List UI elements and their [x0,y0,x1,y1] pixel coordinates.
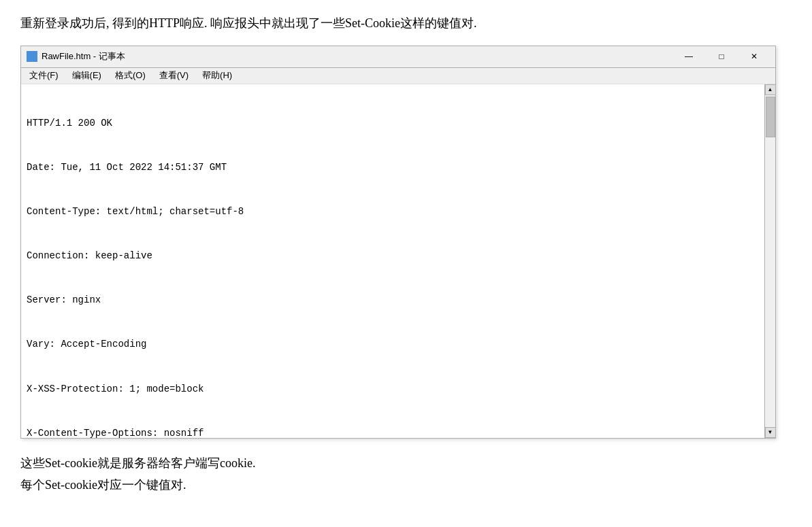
close-button[interactable]: ✕ [738,47,770,66]
intro-text: 重新登录成功后, 得到的HTTP响应. 响应报头中就出现了一些Set-Cooki… [20,14,792,33]
outro-line2: 每个Set-cookie对应一个键值对. [20,474,792,496]
http-line-6: X-XSS-Protection: 1; mode=block [27,382,759,397]
scroll-up-button[interactable]: ▲ [765,84,776,95]
scroll-down-button[interactable]: ▼ [765,427,776,438]
menu-file[interactable]: 文件(F) [24,68,64,83]
scrollbar-thumb[interactable] [766,97,775,137]
window-title: RawFile.htm - 记事本 [42,50,125,63]
http-line-5: Vary: Accept-Encoding [27,337,759,352]
menubar: 文件(F) 编辑(E) 格式(O) 查看(V) 帮助(H) [21,68,775,84]
notepad-icon [27,51,37,62]
http-line-3: Connection: keep-alive [27,249,759,264]
content-area: HTTP/1.1 200 OK Date: Tue, 11 Oct 2022 1… [21,84,775,438]
outro-line1: 这些Set-cookie就是服务器给客户端写cookie. [20,452,792,474]
titlebar: RawFile.htm - 记事本 — □ ✕ [21,46,775,68]
http-content[interactable]: HTTP/1.1 200 OK Date: Tue, 11 Oct 2022 1… [21,84,764,438]
http-line-7: X-Content-Type-Options: nosniff [27,426,759,438]
http-line-2: Content-Type: text/html; charset=utf-8 [27,205,759,220]
maximize-button[interactable]: □ [706,47,737,66]
menu-edit[interactable]: 编辑(E) [67,68,107,83]
titlebar-left: RawFile.htm - 记事本 [27,50,125,63]
scrollbar[interactable]: ▲ ▼ [764,84,775,438]
notepad-window: RawFile.htm - 记事本 — □ ✕ 文件(F) 编辑(E) 格式(O… [20,46,776,439]
menu-view[interactable]: 查看(V) [154,68,194,83]
http-line-0: HTTP/1.1 200 OK [27,116,759,131]
http-line-1: Date: Tue, 11 Oct 2022 14:51:37 GMT [27,160,759,175]
intro-paragraph: 重新登录成功后, 得到的HTTP响应. 响应报头中就出现了一些Set-Cooki… [20,14,792,33]
minimize-button[interactable]: — [673,47,704,66]
menu-help[interactable]: 帮助(H) [197,68,238,83]
outro-paragraph: 这些Set-cookie就是服务器给客户端写cookie. 每个Set-cook… [20,452,792,496]
window-controls: — □ ✕ [673,47,770,66]
http-line-4: Server: nginx [27,293,759,308]
menu-format[interactable]: 格式(O) [110,68,151,83]
